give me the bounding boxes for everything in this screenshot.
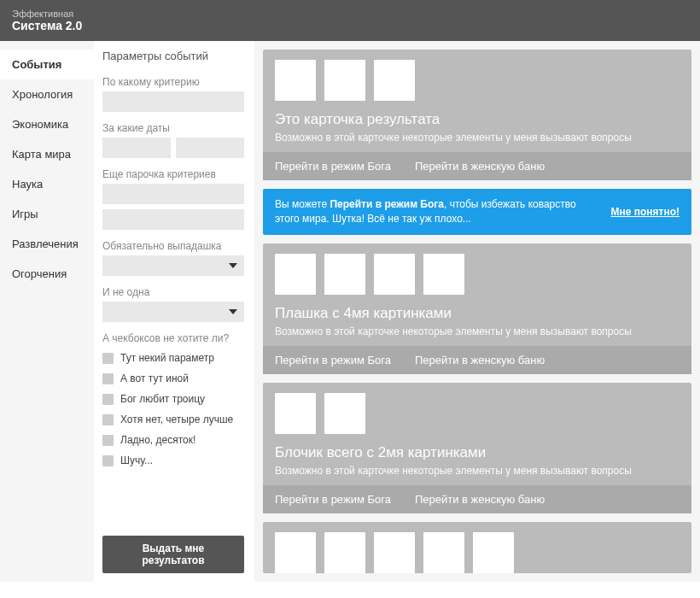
result-card: Блочик всего с 2мя картинками Возможно в… [263,383,691,513]
thumbnail[interactable] [275,532,316,573]
app-header: Эффективная Система 2.0 [0,0,700,41]
dropdown2-label: И не одна [102,286,244,298]
checkbox-label: А вот тут иной [120,372,189,384]
sidebar: События Хронология Экономика Карта мира … [0,41,94,582]
checkbox-label: Ладно, десяток! [120,434,195,446]
checkbox-icon [102,414,114,425]
card-title: Это карточка результата [275,111,680,128]
card-action-god-mode[interactable]: Перейти в режим Бога [275,160,391,173]
checkbox-icon [102,373,114,384]
checkbox-icon [102,394,114,405]
result-card [263,522,691,573]
card-title: Блочик всего с 2мя картинками [275,444,680,461]
thumbnail[interactable] [324,60,365,101]
card-action-god-mode[interactable]: Перейти в режим Бога [275,354,391,366]
card-action-banya[interactable]: Перейти в женскую баню [415,493,545,506]
checkbox-row-5[interactable]: Шучу... [102,454,244,466]
sidebar-item-science[interactable]: Наука [0,169,94,199]
criteria-input-2[interactable] [102,209,244,230]
criterion-label: По какому критерию [102,76,244,88]
sidebar-item-sorrows[interactable]: Огорчения [0,259,94,289]
sidebar-item-entertainment[interactable]: Развлечения [0,229,94,259]
checkbox-row-3[interactable]: Хотя нет, четыре лучше [102,413,244,425]
checkbox-row-4[interactable]: Ладно, десяток! [102,434,244,446]
checkbox-label: Хотя нет, четыре лучше [120,413,233,425]
thumbnail[interactable] [324,254,365,295]
info-alert: Вы можете Перейти в режим Бога, чтобы из… [263,189,691,235]
dropdown2[interactable] [102,302,244,322]
card-action-banya[interactable]: Перейти в женскую баню [415,160,545,173]
result-card: Плашка с 4мя картинками Возможно в этой … [263,243,691,374]
alert-dismiss-link[interactable]: Мне понятно! [610,206,680,218]
checkbox-group-label: А чекбоксов не хотите ли? [102,332,244,344]
results-panel: Это карточка результата Возможно в этой … [254,41,700,582]
params-panel: Параметры событий По какому критерию За … [94,41,254,582]
date-to-input[interactable] [176,138,244,158]
dates-label: За какие даты [102,122,244,134]
checkbox-icon [102,353,114,364]
card-desc: Возможно в этой карточке некоторые элеме… [275,132,680,144]
sidebar-item-games[interactable]: Игры [0,199,94,229]
sidebar-item-world-map[interactable]: Карта мира [0,139,94,169]
thumbnail[interactable] [473,532,514,573]
sidebar-item-economy[interactable]: Экономика [0,109,94,139]
chevron-down-icon [229,263,237,268]
thumbnail[interactable] [275,60,316,101]
card-action-banya[interactable]: Перейти в женскую баню [415,354,545,366]
thumbnail[interactable] [374,532,415,573]
card-title: Плашка с 4мя картинками [275,305,680,322]
sidebar-item-chronology[interactable]: Хронология [0,79,94,109]
more-criteria-label: Еще парочка критериев [102,168,244,180]
header-subtitle: Эффективная [12,9,688,19]
checkbox-row-2[interactable]: Бог любит троицу [102,393,244,405]
checkbox-row-0[interactable]: Тут некий параметр [102,352,244,364]
checkbox-icon [102,435,114,446]
dropdown1-label: Обязательно выпадашка [102,240,244,252]
checkbox-icon [102,455,114,466]
date-from-input[interactable] [102,138,171,158]
alert-text: Вы можете Перейти в режим Бога, чтобы из… [275,197,597,226]
header-title: Система 2.0 [12,19,688,32]
checkbox-row-1[interactable]: А вот тут иной [102,372,244,384]
thumbnail[interactable] [374,60,415,101]
thumbnail[interactable] [275,254,316,295]
checkbox-label: Тут некий параметр [120,352,214,364]
thumbnail[interactable] [324,393,365,434]
thumbnail[interactable] [423,254,464,295]
criteria-input-1[interactable] [102,184,244,204]
checkbox-label: Бог любит троицу [120,393,205,405]
thumbnail[interactable] [275,393,316,434]
thumbnail[interactable] [324,532,365,573]
thumbnail[interactable] [374,254,415,295]
result-card: Это карточка результата Возможно в этой … [263,50,691,180]
dropdown1[interactable] [102,255,244,276]
criterion-input[interactable] [102,91,244,112]
chevron-down-icon [229,309,237,314]
card-desc: Возможно в этой карточке некоторые элеме… [275,465,680,477]
params-title: Параметры событий [102,50,244,62]
card-action-god-mode[interactable]: Перейти в режим Бога [275,493,391,506]
thumbnail[interactable] [423,532,464,573]
card-desc: Возможно в этой карточке некоторые элеме… [275,325,680,337]
submit-button[interactable]: Выдать мне результатов [102,536,244,573]
checkbox-label: Шучу... [120,454,153,466]
sidebar-item-events[interactable]: События [0,50,94,79]
